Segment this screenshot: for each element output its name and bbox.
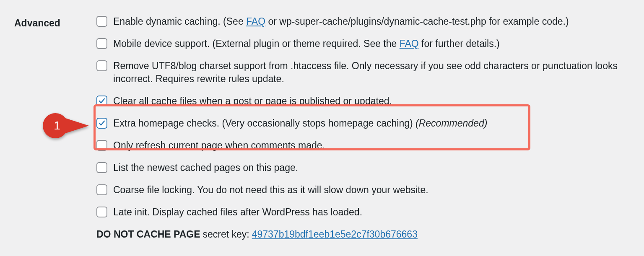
text-segment: for further details.) [419,38,500,49]
checkbox-list-newest[interactable] [96,162,107,173]
checkbox-late-init[interactable] [96,207,107,217]
checkbox-mobile-support[interactable] [96,38,107,49]
label-extra-homepage: Extra homepage checks. (Very occasionall… [113,117,619,130]
label-remove-utf8: Remove UTF8/blog charset support from .h… [113,59,619,85]
option-mobile-support: Mobile device support. (External plugin … [96,37,619,50]
faq-link[interactable]: FAQ [400,38,419,49]
checkbox-clear-all[interactable] [96,96,107,106]
text-segment: Extra homepage checks. (Very occasionall… [113,118,415,129]
secret-key-link[interactable]: 49737b19bdf1eeb1e5e2c7f30b676663 [252,228,418,241]
checkbox-coarse-lock[interactable] [96,184,107,195]
label-coarse-lock: Coarse file locking. You do not need thi… [113,184,619,197]
checkbox-dynamic-caching[interactable] [96,16,107,27]
checkbox-remove-utf8[interactable] [96,60,107,71]
section-heading: Advanced [14,15,96,29]
label-dynamic-caching: Enable dynamic caching. (See FAQ or wp-s… [113,15,619,28]
option-dynamic-caching: Enable dynamic caching. (See FAQ or wp-s… [96,15,619,28]
label-list-newest: List the newest cached pages on this pag… [113,161,619,174]
label-mobile-support: Mobile device support. (External plugin … [113,37,619,50]
annotation-callout: 1 [43,113,89,138]
option-only-refresh: Only refresh current page when comments … [96,139,619,152]
checkbox-only-refresh[interactable] [96,140,107,151]
faq-link[interactable]: FAQ [246,16,265,27]
label-clear-all: Clear all cache files when a post or pag… [113,95,619,108]
option-remove-utf8: Remove UTF8/blog charset support from .h… [96,59,619,85]
annotation-number: 1 [43,113,71,138]
secret-key-row: DO NOT CACHE PAGE secret key: 49737b19bd… [96,228,619,241]
label-only-refresh: Only refresh current page when comments … [113,139,619,152]
text-segment: Enable dynamic caching. (See [113,16,246,27]
text-segment: Mobile device support. (External plugin … [113,38,400,49]
option-coarse-lock: Coarse file locking. You do not need thi… [96,184,619,197]
recommended-note: (Recommended) [415,118,487,129]
check-icon [98,119,106,127]
label-late-init: Late init. Display cached files after Wo… [113,206,619,219]
secret-key-label: DO NOT CACHE PAGE [96,228,200,241]
check-icon [98,97,106,105]
option-late-init: Late init. Display cached files after Wo… [96,206,619,219]
option-extra-homepage: Extra homepage checks. (Very occasionall… [96,117,619,130]
checkbox-extra-homepage[interactable] [96,118,107,129]
option-clear-all: Clear all cache files when a post or pag… [96,95,619,108]
option-list-newest: List the newest cached pages on this pag… [96,161,619,174]
text-segment: or wp-super-cache/plugins/dynamic-cache-… [265,16,569,27]
text-segment: secret key: [203,228,249,241]
